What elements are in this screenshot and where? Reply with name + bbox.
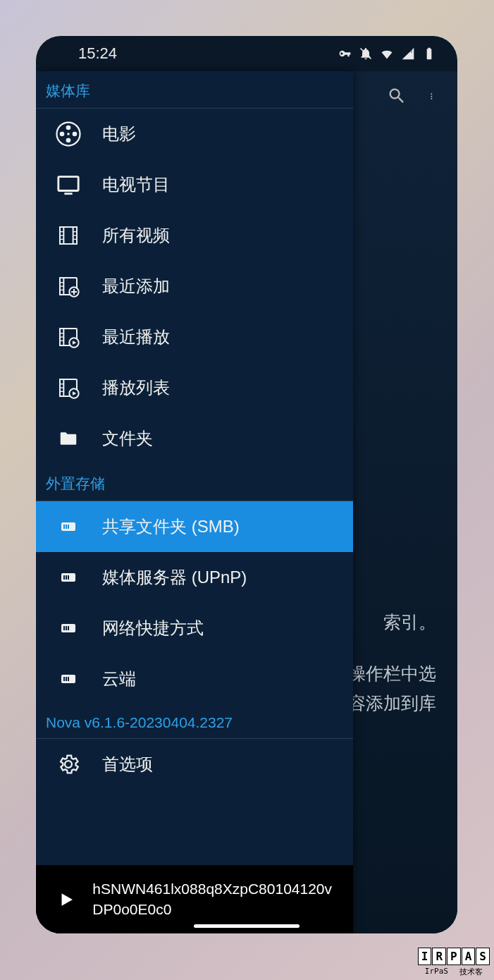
drawer-item-tv[interactable]: 电视节目 — [36, 159, 353, 210]
play-icon — [57, 888, 75, 912]
svg-point-8 — [66, 138, 71, 143]
svg-rect-43 — [63, 525, 65, 529]
drawer-item-prefs[interactable]: 首选项 — [36, 739, 353, 790]
film-add-icon — [54, 272, 82, 300]
svg-rect-44 — [66, 525, 67, 529]
wifi-icon — [380, 47, 394, 61]
drawer-label: 最近添加 — [102, 275, 170, 298]
drawer-label: 共享文件夹 (SMB) — [102, 515, 240, 538]
svg-rect-52 — [66, 626, 67, 630]
svg-rect-47 — [63, 575, 65, 580]
server-icon — [54, 665, 82, 693]
status-right: R — [338, 47, 436, 61]
drawer-item-shortcut[interactable]: 网络快捷方式 — [36, 603, 353, 654]
server-icon — [54, 614, 82, 642]
notification-off-icon — [359, 47, 373, 61]
tv-icon — [54, 171, 82, 199]
wm-letter: A — [462, 948, 476, 965]
drawer-label: 媒体服务器 (UPnP) — [102, 566, 247, 589]
svg-point-4 — [431, 98, 432, 99]
drawer-item-recent-play[interactable]: 最近播放 — [36, 312, 353, 362]
film-icon — [54, 221, 82, 250]
svg-rect-48 — [66, 575, 67, 580]
status-time: 15:24 — [78, 44, 117, 63]
search-icon[interactable] — [387, 86, 407, 106]
battery-icon — [422, 47, 436, 61]
wm-letter: R — [432, 948, 446, 965]
drawer-label: 电影 — [102, 123, 136, 145]
server-icon — [54, 513, 82, 541]
svg-point-7 — [73, 132, 78, 137]
nav-handle[interactable] — [194, 924, 300, 928]
film-play-icon — [54, 323, 82, 351]
status-bar: 15:24 R — [36, 36, 457, 71]
section-external-storage: 外置存储 — [36, 464, 353, 501]
now-playing-title: hSNWN461lx088q8XzpC80104120vDP0o0E0c0 — [92, 879, 339, 919]
svg-rect-56 — [66, 677, 67, 681]
signal-icon: R — [401, 47, 415, 61]
svg-rect-51 — [63, 626, 65, 630]
vpn-key-icon — [338, 47, 352, 61]
gear-icon — [54, 750, 82, 778]
watermark-boxes: I R P A S — [418, 948, 490, 965]
more-icon[interactable] — [431, 86, 436, 106]
svg-rect-45 — [68, 525, 69, 529]
wm-letter: I — [418, 948, 432, 965]
watermark: I R P A S IrPaS 技术客 — [418, 948, 490, 977]
svg-rect-11 — [58, 177, 78, 191]
nav-drawer: 媒体库 电影 电视节目 所有视频 最近添加 — [36, 71, 353, 933]
wm-letter: P — [447, 948, 461, 965]
drawer-item-recent-add[interactable]: 最近添加 — [36, 261, 353, 312]
svg-point-3 — [431, 96, 432, 97]
svg-rect-53 — [68, 626, 69, 630]
svg-point-9 — [60, 132, 65, 137]
wm-sub1: IrPaS — [425, 967, 448, 977]
drawer-label: 最近播放 — [102, 326, 170, 348]
now-playing-bar[interactable]: hSNWN461lx088q8XzpC80104120vDP0o0E0c0 — [36, 865, 353, 933]
movie-reel-icon — [54, 120, 82, 148]
drawer-label: 云端 — [102, 668, 136, 690]
svg-rect-49 — [68, 575, 69, 580]
section-media-library: 媒体库 — [36, 71, 353, 109]
drawer-label: 文件夹 — [102, 427, 153, 450]
drawer-item-folder[interactable]: 文件夹 — [36, 413, 353, 464]
svg-rect-55 — [63, 677, 65, 681]
drawer-item-all-videos[interactable]: 所有视频 — [36, 210, 353, 261]
folder-icon — [54, 424, 82, 453]
svg-point-2 — [431, 93, 432, 94]
film-list-icon — [54, 374, 82, 402]
svg-point-6 — [66, 125, 71, 130]
drawer-item-smb[interactable]: 共享文件夹 (SMB) — [36, 501, 353, 552]
drawer-label: 网络快捷方式 — [102, 617, 204, 639]
wm-letter: S — [476, 948, 490, 965]
drawer-label: 播放列表 — [102, 376, 170, 399]
wm-sub2: 技术客 — [459, 967, 483, 977]
drawer-item-cloud[interactable]: 云端 — [36, 654, 353, 704]
drawer-label: 电视节目 — [102, 173, 170, 196]
drawer-item-playlist[interactable]: 播放列表 — [36, 362, 353, 413]
svg-rect-57 — [68, 677, 69, 681]
section-version: Nova v6.1.6-20230404.2327 — [36, 704, 353, 739]
drawer-label: 首选项 — [102, 753, 153, 776]
server-icon — [54, 563, 82, 592]
drawer-label: 所有视频 — [102, 224, 170, 247]
svg-text:R: R — [409, 48, 413, 54]
svg-point-10 — [67, 133, 70, 135]
watermark-sub: IrPaS 技术客 — [425, 967, 483, 977]
device-frame: 15:24 R 索引。 操作栏中选 容添加到库 媒体库 电影 — [35, 35, 458, 934]
drawer-item-upnp[interactable]: 媒体服务器 (UPnP) — [36, 552, 353, 603]
drawer-item-movies[interactable]: 电影 — [36, 109, 353, 159]
